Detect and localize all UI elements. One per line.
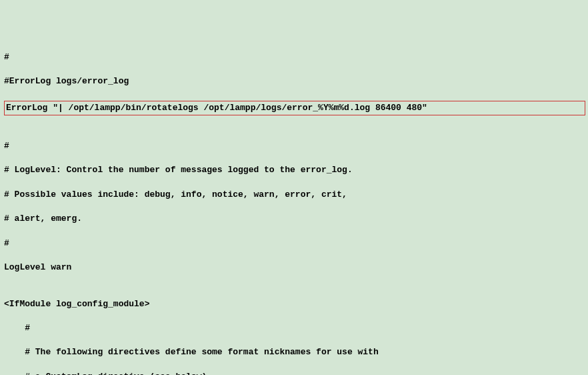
config-line: # xyxy=(4,238,584,250)
config-line: # LogLevel: Control the number of messag… xyxy=(4,164,584,176)
loglevel-directive: LogLevel warn xyxy=(4,262,584,274)
errorlog-highlight: ErrorLog "| /opt/lampp/bin/rotatelogs /o… xyxy=(4,101,585,115)
config-line: #ErrorLog logs/error_log xyxy=(4,75,584,87)
config-line: # alert, emerg. xyxy=(4,213,584,225)
config-line: # Possible values include: debug, info, … xyxy=(4,189,584,201)
ifmodule-open: <IfModule log_config_module> xyxy=(4,298,584,310)
config-line: # The following directives define some f… xyxy=(4,346,584,358)
config-line: # a CustomLog directive (see below). xyxy=(4,371,584,375)
errorlog-directive: ErrorLog "| /opt/lampp/bin/rotatelogs /o… xyxy=(6,103,427,113)
config-line: # xyxy=(4,51,584,63)
config-line: # xyxy=(4,140,584,152)
config-line: # xyxy=(4,322,584,334)
